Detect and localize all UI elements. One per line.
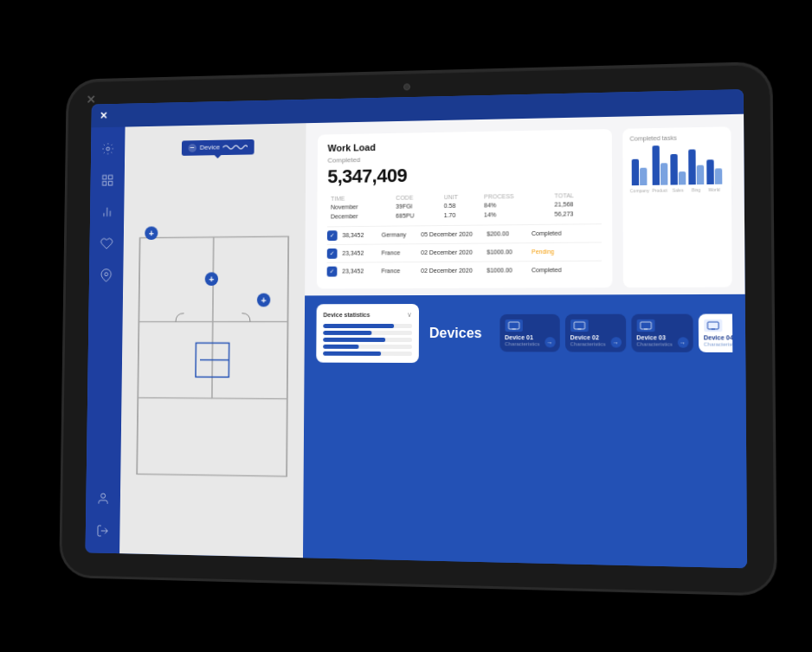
bar-label-1: Product <box>652 187 667 192</box>
map-plus-button-2[interactable]: + <box>205 271 218 285</box>
bar-group-3: Bing <box>688 148 704 191</box>
device-card-arrow-1[interactable]: → <box>610 337 621 347</box>
bar-blue-3 <box>688 148 696 184</box>
stats-bar-row-2 <box>323 337 412 341</box>
stats-bars <box>323 323 412 355</box>
screen-body: − Device <box>86 113 748 568</box>
svg-point-8 <box>105 272 108 275</box>
check-icon-2 <box>327 248 338 258</box>
stats-bar-row-3 <box>323 344 412 348</box>
th-unit: UNIT <box>441 192 480 201</box>
bar-label-3: Bing <box>692 186 701 191</box>
device-card-icon-1 <box>570 319 589 331</box>
tablet-shell: ✕ ✕ <box>61 63 775 593</box>
device-card-arrow-0[interactable]: → <box>545 337 555 347</box>
svg-rect-3 <box>103 181 106 185</box>
device-card-icon-2 <box>636 319 654 331</box>
device-card-arrow-2[interactable]: → <box>677 337 688 347</box>
svg-rect-4 <box>108 180 112 184</box>
device-stats-title: Device statistics <box>323 311 370 317</box>
transaction-list: 38,3452 Germany 05 December 2020 $200.00… <box>327 223 602 279</box>
transaction-row-1: 38,3452 Germany 05 December 2020 $200.00… <box>327 223 602 243</box>
bottom-inner: Device statistics ∨ Devices Device 01Cha… <box>305 294 746 372</box>
content-area: Work Load Completed 5,347,409 TIME CODE … <box>303 113 747 568</box>
device-tooltip: − Device <box>182 139 255 155</box>
th-process: PROCESS <box>480 191 551 200</box>
device-stats-header: Device statistics ∨ <box>323 310 412 318</box>
sidebar-item-logout[interactable] <box>94 521 111 539</box>
stats-table: TIME CODE UNIT PROCESS TOTAL November <box>327 190 602 221</box>
bar-light-3 <box>696 165 704 184</box>
svg-rect-12 <box>139 236 213 321</box>
svg-point-0 <box>106 146 110 150</box>
bar-light-1 <box>660 162 667 184</box>
bar-group-4: World <box>706 158 722 191</box>
transaction-row-2: 23,3452 France 02 December 2020 $1000.00… <box>327 241 602 261</box>
bar-blue-0 <box>632 158 639 184</box>
sidebar-item-grid[interactable] <box>100 171 116 188</box>
check-icon-1 <box>327 229 338 240</box>
device-stats-card: Device statistics ∨ <box>316 303 419 362</box>
stats-bar-row-1 <box>323 330 412 334</box>
workload-title: Work Load <box>328 137 602 152</box>
chart-card: Completed tasks CompanyProductSalesBingW… <box>622 126 731 287</box>
workload-number: 5,347,409 <box>327 160 601 187</box>
bar-light-4 <box>714 167 722 183</box>
tablet-close-button[interactable]: ✕ <box>86 93 95 107</box>
device-card-1[interactable]: Device 02Characteristics→ <box>564 313 625 352</box>
bar-blue-1 <box>652 145 660 184</box>
sidebar-item-heart[interactable] <box>99 235 115 251</box>
bar-light-0 <box>640 167 647 184</box>
content-top: Work Load Completed 5,347,409 TIME CODE … <box>305 113 745 295</box>
svg-point-9 <box>101 493 106 497</box>
sidebar <box>86 126 126 553</box>
bar-light-2 <box>678 171 685 184</box>
sidebar-item-settings[interactable] <box>100 139 116 156</box>
device-stats-expand-button[interactable]: ∨ <box>407 310 412 318</box>
tablet-screen: ✕ <box>86 88 748 567</box>
device-card-icon-3 <box>704 319 722 331</box>
stats-bar-row-0 <box>323 323 412 327</box>
bar-group-2: Sales <box>670 153 686 192</box>
map-plus-button-3[interactable]: + <box>257 293 271 307</box>
bar-blue-2 <box>670 153 678 184</box>
svg-rect-2 <box>108 174 112 178</box>
svg-rect-25 <box>707 321 719 328</box>
map-plus-button-1[interactable]: + <box>145 225 158 239</box>
workload-card: Work Load Completed 5,347,409 TIME CODE … <box>317 128 613 288</box>
tooltip-label: Device <box>200 143 220 151</box>
th-time: TIME <box>327 193 392 202</box>
sidebar-item-location[interactable] <box>98 266 114 282</box>
svg-rect-21 <box>574 321 584 328</box>
topbar-close-button[interactable]: ✕ <box>100 109 107 121</box>
device-card-name-3: Device 04 <box>704 334 732 340</box>
device-card-3[interactable]: Device 04Characteristics→ <box>698 313 732 352</box>
transaction-row-3: 23,3452 France 02 December 2020 $1000.00… <box>327 260 602 280</box>
svg-rect-1 <box>103 175 106 179</box>
device-card-0[interactable]: Device 01Characteristics→ <box>499 313 559 352</box>
bar-chart: CompanyProductSalesBingWorld <box>630 145 725 195</box>
svg-rect-16 <box>137 397 287 475</box>
bar-group-1: Product <box>652 145 667 192</box>
check-icon-3 <box>327 266 338 276</box>
device-card-2[interactable]: Device 03Characteristics→ <box>631 313 693 352</box>
device-cards: Device 01Characteristics→Device 02Charac… <box>499 313 732 352</box>
svg-rect-19 <box>508 321 519 328</box>
device-card-icon-0 <box>505 319 522 331</box>
svg-rect-23 <box>640 321 651 328</box>
sidebar-item-user[interactable] <box>95 489 112 507</box>
th-code: CODE <box>392 192 441 201</box>
tooltip-minus-button[interactable]: − <box>188 143 197 152</box>
sidebar-item-chart[interactable] <box>99 203 115 219</box>
th-total: TOTAL <box>551 190 601 199</box>
svg-rect-13 <box>213 236 288 320</box>
content-bottom: Device statistics ∨ Devices Device 01Cha… <box>303 294 747 567</box>
bar-blue-4 <box>706 158 714 184</box>
device-card-sub-3: Characteristics <box>704 341 732 346</box>
bar-label-0: Company <box>630 187 649 192</box>
floor-plan-area: − Device <box>119 122 306 557</box>
tablet-camera <box>403 83 410 90</box>
devices-label: Devices <box>429 325 482 340</box>
bar-group-0: Company <box>630 158 649 193</box>
stats-bar-row-4 <box>323 351 412 355</box>
